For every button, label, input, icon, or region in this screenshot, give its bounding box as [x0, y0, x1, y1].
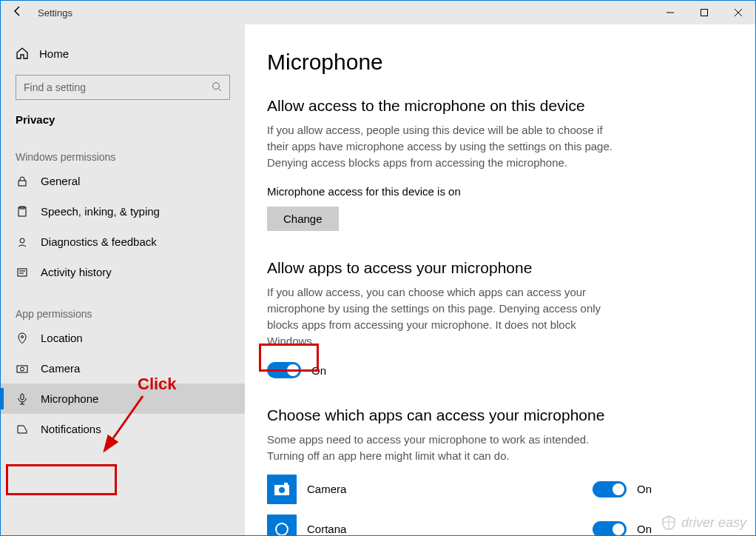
app-toggle-camera[interactable]	[593, 481, 627, 498]
sidebar-item-label: Diagnostics & feedback	[41, 235, 157, 248]
svg-rect-10	[18, 269, 27, 276]
sidebar-item-label: Location	[41, 332, 83, 344]
sidebar-item-label: Notifications	[41, 423, 101, 435]
back-button[interactable]	[1, 5, 35, 20]
lock-icon	[16, 175, 29, 187]
svg-rect-1	[701, 10, 708, 16]
svg-rect-16	[21, 394, 24, 400]
clipboard-icon	[16, 206, 29, 218]
search-input[interactable]: Find a setting	[16, 75, 230, 100]
svg-point-4	[213, 82, 220, 89]
sidebar-item-microphone[interactable]: Microphone	[1, 383, 245, 414]
app-row-cortana: Cortana On	[267, 515, 652, 535]
svg-point-13	[21, 335, 24, 338]
svg-point-18	[279, 487, 285, 493]
notifications-icon	[16, 423, 29, 435]
sidebar: Home Find a setting Privacy Windows perm…	[1, 24, 245, 535]
svg-line-5	[219, 88, 222, 91]
cortana-app-icon	[267, 515, 297, 535]
section3-heading: Choose which apps can access your microp…	[267, 406, 733, 424]
sidebar-item-activity[interactable]: Activity history	[1, 257, 245, 287]
maximize-button[interactable]	[687, 1, 721, 24]
app-name: Cortana	[307, 523, 582, 535]
group-app-permissions: App permissions	[1, 287, 245, 323]
app-toggle-label: On	[637, 523, 652, 535]
search-icon	[212, 81, 222, 94]
svg-rect-19	[284, 483, 288, 486]
app-name: Camera	[307, 483, 582, 495]
sidebar-item-camera[interactable]: Camera	[1, 353, 245, 383]
sidebar-item-diagnostics[interactable]: Diagnostics & feedback	[1, 227, 245, 257]
page-title: Microphone	[267, 50, 733, 75]
sidebar-item-label: Camera	[41, 362, 80, 375]
sidebar-item-notifications[interactable]: Notifications	[1, 414, 245, 444]
device-access-status: Microphone access for this device is on	[267, 185, 733, 198]
section3-desc: Some apps need to access your microphone…	[267, 432, 622, 464]
category-label: Privacy	[1, 100, 245, 130]
section2-desc: If you allow access, you can choose whic…	[267, 284, 622, 349]
home-label: Home	[39, 47, 69, 60]
sidebar-item-speech[interactable]: Speech, inking, & typing	[1, 196, 245, 227]
location-icon	[16, 332, 29, 344]
section2-heading: Allow apps to access your microphone	[267, 259, 733, 277]
section1-heading: Allow access to the microphone on this d…	[267, 97, 733, 115]
microphone-icon	[16, 393, 29, 405]
app-toggle-label: On	[637, 483, 652, 495]
main-panel: Microphone Allow access to the microphon…	[245, 24, 755, 535]
window-title: Settings	[35, 7, 72, 19]
svg-rect-6	[18, 181, 26, 186]
search-placeholder: Find a setting	[24, 81, 86, 93]
sidebar-item-label: Activity history	[41, 266, 112, 278]
feedback-icon	[16, 236, 29, 248]
history-icon	[16, 267, 29, 278]
camera-app-icon	[267, 475, 297, 504]
sidebar-item-label: Microphone	[41, 392, 98, 405]
close-button[interactable]	[721, 1, 755, 24]
home-icon	[16, 47, 29, 60]
apps-access-toggle[interactable]	[267, 362, 301, 378]
section1-desc: If you allow access, people using this d…	[267, 122, 622, 170]
sidebar-item-label: General	[41, 175, 80, 187]
change-button[interactable]: Change	[267, 207, 339, 231]
svg-rect-14	[17, 366, 27, 372]
svg-point-20	[276, 523, 288, 535]
app-toggle-cortana[interactable]	[593, 521, 627, 535]
minimize-button[interactable]	[653, 1, 687, 24]
sidebar-item-label: Speech, inking, & typing	[41, 205, 160, 218]
sidebar-item-general[interactable]: General	[1, 166, 245, 196]
app-row-camera: Camera On	[267, 475, 652, 504]
apps-access-toggle-label: On	[311, 364, 326, 377]
title-bar: Settings	[1, 1, 755, 24]
sidebar-item-location[interactable]: Location	[1, 323, 245, 353]
svg-point-9	[20, 238, 24, 243]
camera-icon	[16, 363, 29, 375]
svg-point-15	[21, 367, 24, 371]
home-nav[interactable]: Home	[1, 42, 245, 64]
group-windows-permissions: Windows permissions	[1, 130, 245, 166]
